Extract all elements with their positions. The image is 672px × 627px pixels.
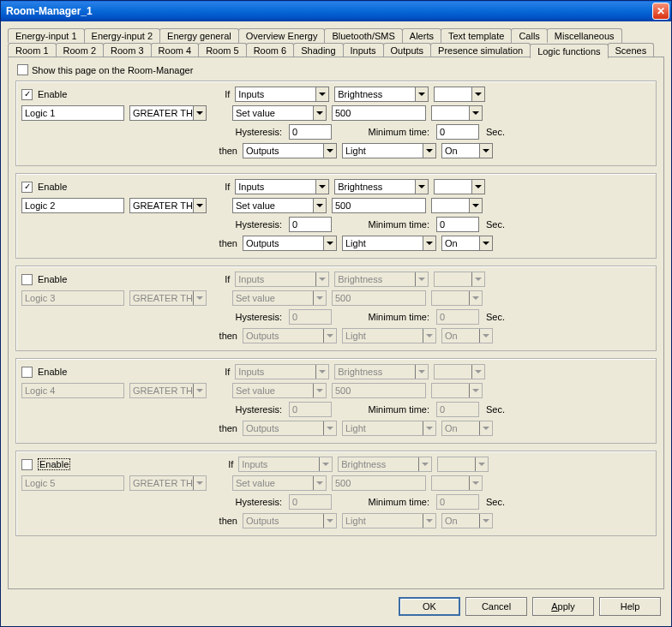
chevron-down-icon bbox=[479, 144, 492, 158]
then-signal-select-2[interactable]: Light bbox=[342, 236, 436, 251]
enable-checkbox-4[interactable]: ✓ bbox=[21, 367, 33, 378]
hysteresis-label: Hysteresis: bbox=[232, 312, 284, 322]
tab-miscellaneous[interactable]: Miscellaneous bbox=[547, 28, 622, 43]
tab-logic-functions[interactable]: Logic functions bbox=[530, 44, 608, 58]
enable-checkbox-3[interactable]: ✓ bbox=[21, 274, 33, 285]
then-label: then bbox=[212, 146, 237, 156]
then-action-select-2[interactable]: On bbox=[441, 236, 493, 251]
hysteresis-input-1[interactable]: 0 bbox=[289, 124, 332, 140]
tab-energy-general[interactable]: Energy general bbox=[159, 28, 239, 43]
tab-text-template[interactable]: Text template bbox=[441, 28, 512, 43]
show-page-checkbox[interactable]: ✓ bbox=[17, 64, 28, 75]
if-extra-select-1[interactable] bbox=[434, 87, 485, 102]
then-signal-select-1[interactable]: Light bbox=[342, 143, 436, 158]
chevron-down-icon bbox=[479, 514, 492, 528]
tab-outputs[interactable]: Outputs bbox=[383, 43, 432, 57]
operator-select-1[interactable]: GREATER THAN bbox=[129, 105, 207, 121]
tab-energy-input-1[interactable]: Energy-input 1 bbox=[8, 28, 85, 43]
enable-label: Enable bbox=[38, 459, 70, 469]
operator-select-3: GREATER THAN bbox=[129, 290, 207, 306]
logic-name-input-1[interactable]: Logic 1 bbox=[21, 105, 124, 121]
enable-checkbox-1[interactable]: ✓ bbox=[21, 89, 33, 100]
compare-extra-select-1[interactable] bbox=[431, 105, 483, 121]
logic-group-2: ✓ Enable If Inputs Brightness Logic 2 GR… bbox=[15, 173, 657, 259]
compare-value-input-4: 500 bbox=[332, 383, 426, 398]
logic-name-input-5: Logic 5 bbox=[21, 475, 124, 491]
logic-name-input-4: Logic 4 bbox=[21, 383, 124, 398]
if-signal-select-3: Brightness bbox=[334, 272, 429, 287]
compare-value-input-5: 500 bbox=[332, 475, 426, 491]
chevron-down-icon bbox=[193, 476, 206, 490]
show-page-row: ✓ Show this page on the Room-Manager bbox=[17, 64, 657, 75]
sec-label: Sec. bbox=[484, 127, 505, 137]
window-title: Room-Manager_1 bbox=[6, 5, 93, 17]
tab-inputs[interactable]: Inputs bbox=[343, 43, 384, 57]
compare-source-select-2[interactable]: Set value bbox=[232, 198, 327, 213]
tab-room-1[interactable]: Room 1 bbox=[8, 43, 57, 57]
cancel-button[interactable]: Cancel bbox=[465, 597, 527, 616]
tab-room-5[interactable]: Room 5 bbox=[198, 43, 247, 57]
if-label: If bbox=[218, 459, 233, 469]
operator-select-2[interactable]: GREATER THAN bbox=[129, 198, 207, 213]
if-source-select-1[interactable]: Inputs bbox=[235, 87, 329, 102]
compare-source-select-3: Set value bbox=[232, 290, 327, 306]
tab-calls[interactable]: Calls bbox=[511, 28, 547, 43]
tab-room-3[interactable]: Room 3 bbox=[103, 43, 152, 57]
minimum-time-label: Minimum time: bbox=[337, 404, 431, 415]
minimum-time-input-2[interactable]: 0 bbox=[436, 217, 479, 232]
chevron-down-icon bbox=[423, 329, 435, 343]
dialog-buttons: OK Cancel Apply Help bbox=[8, 590, 664, 619]
if-source-select-2[interactable]: Inputs bbox=[235, 179, 329, 194]
compare-value-input-1[interactable]: 500 bbox=[332, 105, 426, 121]
chevron-down-icon bbox=[415, 272, 428, 286]
enable-checkbox-2[interactable]: ✓ bbox=[21, 182, 33, 193]
minimum-time-label: Minimum time: bbox=[337, 219, 431, 230]
hysteresis-label: Hysteresis: bbox=[232, 404, 284, 415]
then-target-select-1[interactable]: Outputs bbox=[243, 143, 337, 158]
chevron-down-icon bbox=[471, 180, 484, 194]
chevron-down-icon bbox=[193, 291, 206, 305]
minimum-time-input-5: 0 bbox=[436, 494, 479, 510]
tab-shading[interactable]: Shading bbox=[293, 43, 343, 57]
compare-source-select-1[interactable]: Set value bbox=[232, 105, 327, 121]
chevron-down-icon bbox=[315, 180, 328, 194]
then-label: then bbox=[212, 423, 237, 433]
then-action-select-1[interactable]: On bbox=[441, 143, 493, 158]
hysteresis-input-2[interactable]: 0 bbox=[289, 217, 332, 232]
tabs-row-1: Energy-input 1Energy-input 2Energy gener… bbox=[8, 28, 664, 43]
hysteresis-input-3: 0 bbox=[289, 309, 332, 325]
if-signal-select-2[interactable]: Brightness bbox=[334, 179, 429, 194]
if-signal-select-1[interactable]: Brightness bbox=[334, 87, 429, 102]
if-extra-select-5 bbox=[437, 457, 489, 472]
then-target-select-3: Outputs bbox=[243, 328, 337, 343]
chevron-down-icon bbox=[475, 457, 488, 471]
chevron-down-icon bbox=[193, 199, 206, 212]
then-target-select-5: Outputs bbox=[243, 513, 337, 528]
then-action-select-5: On bbox=[441, 513, 493, 528]
if-extra-select-2[interactable] bbox=[434, 179, 485, 194]
apply-button[interactable]: Apply bbox=[532, 597, 594, 616]
minimum-time-label: Minimum time: bbox=[337, 312, 431, 322]
tab-energy-input-2[interactable]: Energy-input 2 bbox=[84, 28, 161, 43]
ok-button[interactable]: OK bbox=[399, 597, 460, 616]
compare-value-input-2[interactable]: 500 bbox=[332, 198, 426, 213]
minimum-time-input-1[interactable]: 0 bbox=[436, 124, 479, 140]
tab-alerts[interactable]: Alerts bbox=[402, 28, 441, 43]
chevron-down-icon bbox=[193, 106, 206, 120]
tab-overview-energy[interactable]: Overview Energy bbox=[238, 28, 326, 43]
then-label: then bbox=[212, 238, 237, 248]
tab-room-2[interactable]: Room 2 bbox=[56, 43, 105, 57]
logic-name-input-2[interactable]: Logic 2 bbox=[21, 198, 124, 213]
tab-scenes[interactable]: Scenes bbox=[608, 43, 655, 57]
tab-bluetooth-sms[interactable]: Bluetooth/SMS bbox=[324, 28, 402, 43]
tab-presence-simulation[interactable]: Presence simulation bbox=[430, 43, 531, 57]
close-button[interactable]: ✕ bbox=[652, 3, 669, 20]
then-target-select-2[interactable]: Outputs bbox=[243, 236, 337, 251]
compare-source-select-5: Set value bbox=[232, 475, 327, 491]
tab-room-4[interactable]: Room 4 bbox=[151, 43, 200, 57]
help-button[interactable]: Help bbox=[599, 597, 661, 616]
compare-extra-select-2[interactable] bbox=[431, 198, 483, 213]
chevron-down-icon bbox=[418, 457, 431, 471]
tab-room-6[interactable]: Room 6 bbox=[246, 43, 295, 57]
enable-checkbox-5[interactable]: ✓ bbox=[21, 459, 33, 470]
